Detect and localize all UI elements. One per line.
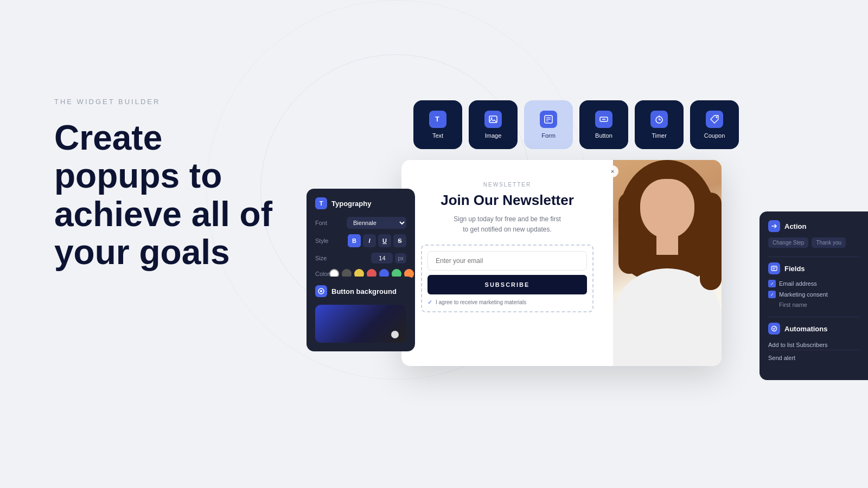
automations-title: Automations	[784, 325, 827, 333]
field-marketing: ✓ Marketing consent	[768, 291, 859, 298]
change-step-tag[interactable]: Change Step	[768, 237, 808, 248]
tab-button-label: Button	[595, 132, 612, 139]
action-title: Action	[784, 222, 806, 230]
strikethrough-button[interactable]: S	[393, 234, 406, 247]
tab-form-label: Form	[541, 132, 556, 139]
tab-coupon-label: Coupon	[704, 132, 725, 139]
form-icon	[540, 111, 557, 128]
fields-header: Fields	[768, 262, 859, 274]
action-icon	[768, 220, 780, 232]
action-header: Action	[768, 220, 859, 232]
tab-timer-label: Timer	[652, 132, 667, 139]
size-label: Size	[315, 255, 327, 261]
svg-rect-16	[771, 266, 777, 271]
consent-check-icon: ✓	[427, 299, 432, 306]
auto-item-0: Add to list Subscribers	[768, 340, 859, 350]
fields-title: Fields	[784, 265, 805, 273]
auto-item-1: Send alert	[768, 353, 859, 363]
image-icon	[484, 111, 502, 128]
consent-text: I agree to receive marketing materials	[436, 299, 526, 305]
fields-icon	[768, 262, 780, 274]
consent-row: ✓ I agree to receive marketing materials	[427, 299, 587, 306]
tab-image[interactable]: Image	[469, 100, 518, 149]
gradient-preview[interactable]	[315, 305, 406, 343]
tab-timer[interactable]: Timer	[635, 100, 684, 149]
tab-button[interactable]: Button	[579, 100, 628, 149]
bold-button[interactable]: B	[348, 234, 361, 247]
svg-point-2	[491, 118, 493, 119]
button-bg-panel: Button background	[307, 277, 415, 351]
size-input[interactable]	[371, 253, 393, 264]
tab-text[interactable]: T Text	[413, 100, 462, 149]
italic-button[interactable]: I	[363, 234, 376, 247]
action-panel: Action Change Step Thank you Fields ✓ Em…	[760, 211, 868, 380]
newsletter-title: Join Our Newsletter	[441, 192, 574, 209]
typography-header: T Typography	[315, 197, 406, 209]
font-select[interactable]: Biennale Arial Georgia	[347, 217, 406, 229]
style-buttons: B I U S	[348, 234, 406, 247]
size-unit[interactable]: px	[395, 253, 406, 264]
automations-section: Automations Add to list Subscribers Send…	[768, 323, 859, 363]
btn-bg-icon	[315, 285, 327, 297]
typography-title: Typography	[331, 200, 371, 208]
style-label: Style	[315, 237, 328, 244]
app-subtitle: THE WIDGET BUILDER	[54, 98, 326, 106]
text-icon: T	[429, 111, 446, 128]
action-tags: Change Step Thank you	[768, 237, 859, 248]
tab-text-label: Text	[432, 132, 443, 139]
subscribe-button[interactable]: SUBSCRIBE	[427, 275, 587, 294]
popup-content: NEWSLETTER Join Our Newsletter Sign up t…	[401, 160, 613, 366]
action-section: Action Change Step Thank you	[768, 220, 859, 248]
fields-section: Fields ✓ Email address ✓ Marketing conse…	[768, 262, 859, 308]
newsletter-description: Sign up today for free and be the first …	[454, 214, 560, 235]
gradient-handle[interactable]	[391, 331, 399, 338]
size-row: Size px	[315, 253, 406, 264]
marketing-checkbox[interactable]: ✓	[768, 291, 776, 298]
widget-toolbar: T Text Image Form	[413, 100, 739, 149]
button-icon	[595, 111, 612, 128]
newsletter-label: NEWSLETTER	[483, 182, 531, 188]
svg-text:T: T	[435, 115, 439, 123]
tab-coupon[interactable]: Coupon	[690, 100, 739, 149]
tab-image-label: Image	[485, 132, 502, 139]
field-firstname: First name	[768, 301, 859, 308]
svg-point-15	[320, 290, 322, 292]
automations-icon	[768, 323, 780, 335]
popup-image-side	[613, 160, 722, 366]
coupon-icon	[706, 111, 723, 128]
svg-point-13	[716, 117, 718, 118]
timer-icon	[650, 111, 668, 128]
font-row: Font Biennale Arial Georgia	[315, 217, 406, 229]
app-headline: Create popups to achieve all of your goa…	[54, 119, 326, 272]
email-checkbox[interactable]: ✓	[768, 280, 776, 287]
popup-close-button[interactable]: ×	[607, 165, 618, 177]
btn-bg-header: Button background	[315, 285, 406, 297]
tab-form[interactable]: Form	[524, 100, 573, 149]
field-email: ✓ Email address	[768, 280, 859, 287]
typography-icon: T	[315, 197, 327, 209]
style-row: Style B I U S	[315, 234, 406, 247]
left-section: THE WIDGET BUILDER Create popups to achi…	[54, 98, 326, 272]
btn-bg-title: Button background	[331, 287, 397, 296]
underline-button[interactable]: U	[378, 234, 391, 247]
email-label: Email address	[779, 280, 817, 287]
popup-form: SUBSCRIBE ✓ I agree to receive marketing…	[421, 245, 593, 312]
newsletter-popup: NEWSLETTER Join Our Newsletter Sign up t…	[401, 160, 722, 366]
marketing-label: Marketing consent	[779, 291, 828, 298]
email-input[interactable]	[427, 251, 587, 271]
automations-header: Automations	[768, 323, 859, 335]
thank-you-tag[interactable]: Thank you	[812, 237, 846, 248]
size-input-group: px	[371, 253, 406, 264]
font-label: Font	[315, 220, 327, 226]
